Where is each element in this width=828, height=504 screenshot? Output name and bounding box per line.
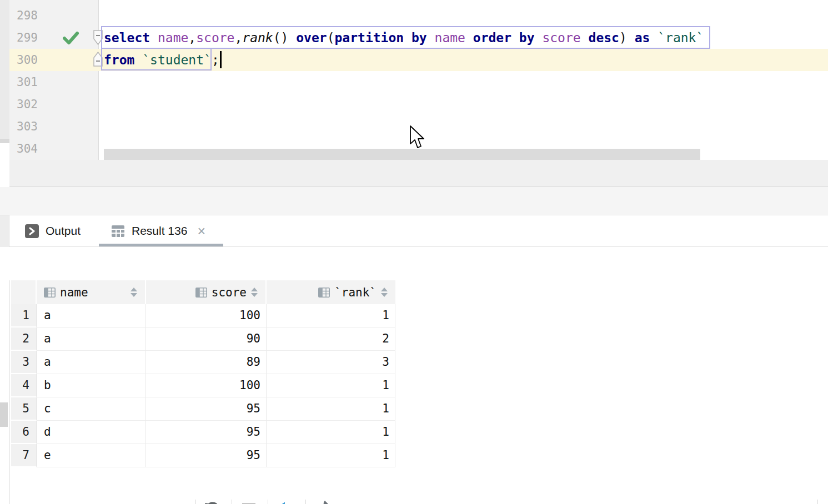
table-cell[interactable]: d (37, 421, 146, 444)
table-cell[interactable]: 1 (267, 374, 395, 397)
refresh-button[interactable] (203, 501, 221, 504)
column-icon (195, 288, 207, 298)
table-cell[interactable]: 95 (146, 444, 267, 467)
sql-token: ; (212, 53, 219, 67)
row-number-cell[interactable]: 5 (11, 397, 37, 421)
editor-left-strip (0, 0, 9, 143)
table-cell[interactable]: 3 (267, 351, 395, 374)
sql-token: score (196, 31, 234, 45)
export-format-dropdown[interactable]: SQL Inserts (729, 501, 790, 504)
table-cell[interactable]: a (37, 304, 146, 327)
compare-data-button[interactable] (275, 501, 298, 504)
column-header-3[interactable]: `rank` (267, 280, 395, 304)
sort-toggle-icon[interactable] (381, 288, 388, 297)
sql-token: ( (327, 31, 335, 45)
table-cell[interactable]: c (37, 397, 146, 421)
sort-toggle-icon[interactable] (251, 288, 258, 297)
sql-token: order by (473, 31, 535, 45)
first-page-button[interactable] (19, 501, 37, 504)
toolbar-separator (232, 500, 232, 504)
row-number-cell[interactable]: 3 (11, 351, 37, 374)
sql-token: partition by (335, 31, 427, 45)
tab-result-136[interactable]: Result 136 × (111, 215, 205, 246)
statement-success-check-icon (63, 31, 79, 46)
table-row: 2a902 (11, 327, 395, 351)
column-icon (318, 288, 330, 298)
sql-token: from (104, 53, 134, 67)
editor-left-strip-edge (0, 139, 9, 143)
grid-body: 1a10012a9023a8934b10015c9516d9517e951 (11, 304, 395, 467)
row-number-cell[interactable]: 1 (11, 304, 37, 327)
sql-token (650, 31, 658, 45)
selected-tab-indicator (99, 244, 223, 246)
sql-token: rank (242, 31, 273, 45)
table-cell[interactable]: 1 (267, 397, 395, 421)
sql-token: select (104, 31, 150, 45)
previous-page-button[interactable] (48, 501, 66, 504)
sql-token (134, 53, 142, 67)
table-cell[interactable]: 1 (267, 444, 395, 467)
code-line-2[interactable]: from `student`; (104, 49, 219, 71)
column-header-2[interactable]: score (146, 280, 267, 304)
line-number: 303 (17, 115, 61, 138)
toolbar-separator (817, 500, 818, 504)
stop-button[interactable] (240, 501, 258, 504)
sql-token (427, 31, 435, 45)
table-cell[interactable]: 100 (146, 374, 267, 397)
table-cell[interactable]: e (37, 444, 146, 467)
sql-token: score (542, 31, 580, 45)
sql-token: () (273, 31, 297, 45)
table-row: 5c951 (11, 397, 395, 421)
line-number: 301 (17, 71, 61, 93)
pin-tab-button[interactable] (312, 501, 333, 504)
sql-token: desc (589, 31, 619, 45)
sort-toggle-icon[interactable] (131, 288, 137, 297)
last-page-button[interactable] (167, 501, 184, 504)
sql-token: ) (619, 31, 635, 45)
sql-token: name (435, 31, 465, 45)
console-output-icon (25, 224, 39, 238)
row-count-dropdown[interactable]: 7 rows (76, 501, 110, 504)
tab-output[interactable]: Output (25, 215, 81, 246)
row-number-cell[interactable]: 4 (11, 374, 37, 397)
line-number: 298 (17, 4, 61, 27)
table-row: 1a1001 (11, 304, 395, 327)
table-row: 6d951 (11, 421, 395, 444)
column-header-label: `rank` (334, 286, 377, 299)
tab-output-label: Output (46, 224, 81, 238)
sql-token (465, 31, 473, 45)
table-cell[interactable]: 1 (267, 304, 395, 327)
tab-close-icon[interactable]: × (197, 224, 205, 238)
table-cell[interactable]: 89 (146, 351, 267, 374)
text-caret (220, 51, 222, 68)
table-cell[interactable]: a (37, 327, 146, 351)
table-cell[interactable]: a (37, 351, 146, 374)
row-number-cell[interactable]: 7 (11, 444, 37, 467)
grid-corner-cell[interactable] (11, 280, 37, 304)
table-cell[interactable]: 90 (146, 327, 267, 351)
table-row: 3a893 (11, 351, 395, 374)
sql-token: , (188, 31, 196, 45)
toolbar-separator (305, 500, 306, 504)
table-cell[interactable]: 95 (146, 421, 267, 444)
result-table-icon (111, 224, 125, 238)
table-row: 4b1001 (11, 374, 395, 397)
toolbar-separator (195, 500, 196, 504)
splitter-band[interactable] (0, 187, 828, 215)
sql-token: `rank` (658, 31, 704, 45)
table-cell[interactable]: 1 (267, 421, 395, 444)
left-scrollbar-thumb[interactable] (0, 402, 8, 427)
next-page-button[interactable] (139, 501, 157, 504)
toolbar-separator (268, 500, 268, 504)
row-number-cell[interactable]: 2 (11, 327, 37, 351)
ide-window: 298299300301302303304 select name,score,… (0, 0, 828, 504)
row-number-cell[interactable]: 6 (11, 421, 37, 444)
table-cell[interactable]: 100 (146, 304, 267, 327)
code-line-1[interactable]: select name,score,rank() over(partition … (104, 27, 704, 49)
table-cell[interactable]: 2 (267, 327, 395, 351)
table-cell[interactable]: 95 (146, 397, 267, 421)
editor-horizontal-scrollbar[interactable] (104, 149, 700, 160)
column-header-1[interactable]: name (37, 280, 146, 304)
line-number: 304 (17, 138, 61, 160)
table-cell[interactable]: b (37, 374, 146, 397)
